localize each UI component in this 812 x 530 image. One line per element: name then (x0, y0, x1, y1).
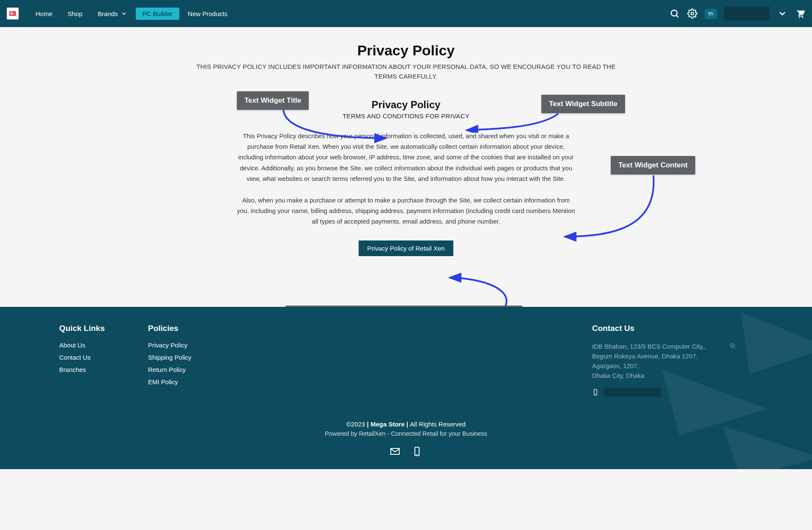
nav-brands-label: Brands (98, 10, 118, 17)
search-icon[interactable] (669, 8, 680, 19)
footer-quick-links: Quick Links About Us Contact Us Branches (59, 324, 131, 397)
settings-icon[interactable] (687, 8, 697, 19)
language-toggle[interactable]: বাং (705, 9, 716, 19)
widget-para-1: This Privacy Policy describes how your p… (237, 131, 575, 184)
account-field[interactable] (724, 6, 770, 21)
svg-point-7 (802, 17, 804, 18)
mobile-icon[interactable] (412, 446, 422, 456)
nav-shop[interactable]: Shop (61, 6, 89, 22)
footer-link-return[interactable]: Return Policy (148, 366, 224, 373)
chevron-down-icon (121, 10, 127, 17)
navbar: Home Shop Brands PC Builder New Products… (0, 0, 812, 27)
footer-address-text: IDB Bhaban, 123/5 BCS Computer City,, Be… (592, 343, 706, 380)
nav-right: বাং (669, 6, 805, 21)
phone-icon (592, 389, 599, 396)
footer-link-emi[interactable]: EMI Policy (148, 378, 224, 385)
arrow-content (560, 173, 666, 245)
footer-link-branches[interactable]: Branches (59, 366, 131, 373)
copyright-rights: All Rights Reserved (410, 421, 466, 428)
annot-subtitle: Text Widget Subtitle (541, 95, 625, 113)
site-logo[interactable] (7, 8, 19, 19)
footer-quick-heading: Quick Links (59, 324, 131, 333)
arrow-cta (446, 273, 522, 311)
copy-icon[interactable] (729, 342, 736, 349)
widget-subtitle: TERMS AND CONDITIONS FOR PRIVACY (192, 112, 620, 120)
cart-icon[interactable] (795, 8, 805, 19)
nav-pc-builder[interactable]: PC Builder (136, 8, 180, 20)
widget-content: This Privacy Policy describes how your p… (237, 131, 575, 227)
svg-line-4 (677, 16, 679, 18)
svg-rect-1 (10, 12, 12, 13)
svg-point-6 (799, 17, 800, 18)
footer-contact-heading: Contact Us (592, 324, 736, 333)
footer-contact: Contact Us IDB Bhaban, 123/5 BCS Compute… (592, 324, 736, 397)
powered-by: Powered by RetailXen - Connected Retail … (0, 430, 812, 437)
email-icon[interactable] (390, 446, 400, 456)
footer-bottom: ©2023 | Mega Store | All Rights Reserved… (0, 421, 812, 456)
svg-point-3 (671, 10, 677, 16)
footer-link-contact[interactable]: Contact Us (59, 354, 131, 361)
footer-link-shipping[interactable]: Shipping Policy (148, 354, 224, 361)
annot-title: Text Widget Title (237, 91, 309, 110)
logo-icon (8, 9, 17, 18)
footer-link-privacy[interactable]: Privacy Policy (148, 341, 224, 349)
footer-policies-heading: Policies (148, 324, 224, 333)
copyright-year: ©2023 (346, 421, 365, 428)
copyright-store: | Mega Store | (365, 421, 410, 428)
page-intro: THIS PRIVACY POLICY INCLUDES IMPORTANT I… (195, 62, 617, 81)
nav-home[interactable]: Home (29, 6, 59, 22)
nav-new-products[interactable]: New Products (181, 6, 234, 22)
footer-phone (592, 388, 736, 397)
svg-point-5 (691, 12, 694, 15)
nav-links: Home Shop Brands PC Builder New Products (29, 6, 234, 22)
footer-address: IDB Bhaban, 123/5 BCS Computer City,, Be… (592, 341, 736, 381)
page: Privacy Policy THIS PRIVACY POLICY INCLU… (0, 27, 812, 307)
widget-para-2: Also, when you make a purchase or attemp… (237, 195, 575, 227)
page-title: Privacy Policy (192, 42, 620, 59)
footer-policies: Policies Privacy Policy Shipping Policy … (148, 324, 224, 397)
footer-link-about[interactable]: About Us (59, 341, 131, 349)
svg-rect-2 (10, 14, 14, 14)
footer-phone-number[interactable] (604, 388, 661, 397)
account-chevron-icon[interactable] (777, 8, 787, 19)
footer: Quick Links About Us Contact Us Branches… (0, 307, 812, 469)
cta-button[interactable]: Privacy Policy of Retail Xen (359, 240, 453, 256)
annot-content: Text Widget Content (611, 156, 695, 175)
nav-brands[interactable]: Brands (91, 6, 134, 22)
